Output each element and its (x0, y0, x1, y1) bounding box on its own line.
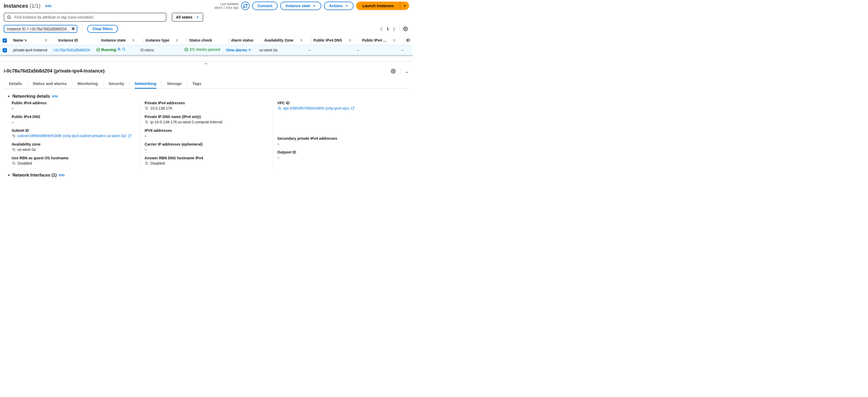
cell-name: private-ipv4-instance (10, 45, 51, 56)
tab-status-alarms[interactable]: Status and alarms (33, 79, 67, 88)
svg-point-0 (8, 16, 10, 18)
filter-chip-text: Instance ID = i-0c78a76d2a5b8d204 (4, 27, 69, 31)
filter-chip-remove[interactable]: ✕ (69, 25, 77, 32)
launch-instances-more-button[interactable]: ▼ (400, 2, 409, 10)
copy-vpc-id[interactable] (277, 106, 282, 110)
value-public-ipv4: – (12, 106, 136, 110)
col-instance-state[interactable]: Instance state▽ (93, 35, 138, 45)
value-private-ipv4: 10.0.138.176 (150, 106, 172, 110)
launch-instances-button[interactable]: Launch instances (356, 2, 400, 10)
section-info-link[interactable]: Info (52, 94, 58, 98)
gear-icon (403, 27, 408, 31)
pager-next[interactable]: ❯ (391, 26, 397, 32)
instance-state-button[interactable]: Instance state ▼ (280, 2, 321, 10)
col-public-ip[interactable]: Public IPv4 …▽ (354, 35, 399, 45)
states-filter-dropdown[interactable]: All states ▼ (172, 13, 203, 22)
tab-storage[interactable]: Storage (167, 79, 182, 88)
divider (401, 68, 401, 74)
sort-icon[interactable]: ▽ (393, 39, 396, 42)
search-box[interactable] (4, 13, 166, 22)
tab-tags[interactable]: Tags (192, 79, 202, 88)
cell-state: Running (96, 48, 126, 52)
col-elastic-ip[interactable]: El (399, 35, 413, 45)
copy-icon (12, 161, 16, 165)
label-public-ipv4: Public IPv4 address (12, 101, 136, 105)
tab-details[interactable]: Details (9, 79, 22, 88)
sort-icon[interactable]: ▽ (175, 39, 179, 42)
open-subnet-external[interactable] (128, 134, 131, 138)
add-alarm-plus[interactable]: + (248, 48, 251, 52)
copy-icon (145, 106, 149, 110)
svg-rect-17 (146, 121, 148, 123)
col-name[interactable]: Name ✎ ▽ (10, 35, 51, 45)
clear-filters-button[interactable]: Clear filters (87, 25, 118, 33)
svg-rect-16 (146, 108, 148, 109)
copy-icon (278, 106, 281, 110)
split-handle[interactable]: ═ (0, 61, 413, 66)
row-checkbox[interactable]: ✓ (3, 48, 7, 52)
copy-private-dns[interactable] (145, 120, 149, 124)
label-az: Availability zone (12, 142, 136, 146)
state-details-icon[interactable] (117, 48, 121, 52)
table-row[interactable]: ✓ private-ipv4-instance i-0c78a76d2a5b8d… (0, 45, 413, 56)
external-link-icon (351, 106, 354, 110)
search-input[interactable] (14, 15, 163, 20)
section-title-networking: Networking details (12, 94, 50, 99)
caret-down-icon: ▼ (313, 4, 316, 7)
copy-private-ipv4[interactable] (145, 106, 149, 110)
sort-icon[interactable]: ▽ (300, 39, 303, 42)
copy-subnet-id[interactable] (12, 134, 16, 138)
vpc-id-link[interactable]: vpc-03854f970683e4905 (only-ipv4-vpc) (283, 106, 349, 110)
divider (82, 25, 82, 33)
copy-rbn[interactable] (12, 161, 16, 165)
edit-name-icon[interactable]: ✎ (24, 39, 27, 42)
instances-table: ✓ Name ✎ ▽ Instance ID Instance state▽ I… (0, 35, 413, 56)
tab-monitoring[interactable]: Monitoring (77, 79, 98, 88)
subnet-id-link[interactable]: subnet-06f6093869ef190fe (only-ipv4-subn… (18, 134, 126, 138)
value-ipv6: – (145, 134, 268, 138)
section-info-link-ni[interactable]: Info (59, 173, 65, 177)
col-az[interactable]: Availability Zone▽ (256, 35, 306, 45)
connect-button[interactable]: Connect (252, 2, 278, 10)
details-settings-button[interactable] (390, 67, 397, 75)
svg-line-1 (10, 18, 10, 19)
copy-answer-rbn[interactable] (145, 161, 149, 165)
col-instance-id[interactable]: Instance ID (51, 35, 93, 45)
sort-icon[interactable]: ▽ (44, 39, 48, 42)
svg-rect-19 (279, 108, 280, 109)
actions-button[interactable]: Actions ▼ (324, 2, 353, 10)
collapse-details-button[interactable]: ⌄ (405, 68, 409, 74)
pager-prev[interactable]: ❮ (378, 26, 384, 32)
svg-rect-18 (146, 163, 148, 164)
label-public-ipv4-dns: Public IPv4 DNS (12, 115, 136, 119)
col-alarm-status[interactable]: Alarm status (223, 35, 256, 45)
last-updated-label: Last updated about 1 hour ago (214, 2, 239, 10)
sort-icon[interactable]: ▽ (348, 39, 352, 42)
state-zoom-icon[interactable] (122, 48, 126, 52)
sort-icon[interactable]: ▽ (131, 39, 135, 42)
cell-public-dns: – (306, 45, 354, 56)
value-private-dns: ip-10-0-138-176.us-west-2.compute.intern… (150, 120, 222, 124)
filter-chip-instance-id[interactable]: Instance ID = i-0c78a76d2a5b8d204 ✕ (4, 25, 77, 33)
cell-az: us-west-2a (256, 45, 306, 56)
collapse-networking-details[interactable]: ▼ (7, 95, 10, 98)
label-rbn: Use RBN as guest OS hostname (12, 156, 136, 160)
view-alarms-link[interactable]: View alarms + (226, 48, 251, 52)
cell-instance-id[interactable]: i-0c78a76d2a5b8d204 (53, 48, 90, 52)
columns-settings-button[interactable] (402, 25, 409, 33)
cell-type: t2.micro (138, 45, 182, 56)
col-status-check[interactable]: Status check (182, 35, 223, 45)
page-info-link[interactable]: Info (45, 4, 52, 8)
refresh-button[interactable] (241, 2, 250, 10)
select-all-checkbox[interactable]: ✓ (3, 38, 7, 42)
svg-line-9 (125, 50, 125, 51)
copy-az[interactable] (12, 147, 16, 152)
col-public-dns[interactable]: Public IPv4 DNS▽ (306, 35, 354, 45)
section-title-network-interfaces: Network Interfaces (1) (12, 173, 57, 178)
col-instance-type[interactable]: Instance type▽ (138, 35, 182, 45)
pager-current: 1 (386, 27, 389, 31)
tab-security[interactable]: Security (108, 79, 124, 88)
collapse-network-interfaces[interactable]: ▼ (7, 174, 10, 177)
open-vpc-external[interactable] (351, 106, 354, 110)
tab-networking[interactable]: Networking (135, 79, 156, 88)
